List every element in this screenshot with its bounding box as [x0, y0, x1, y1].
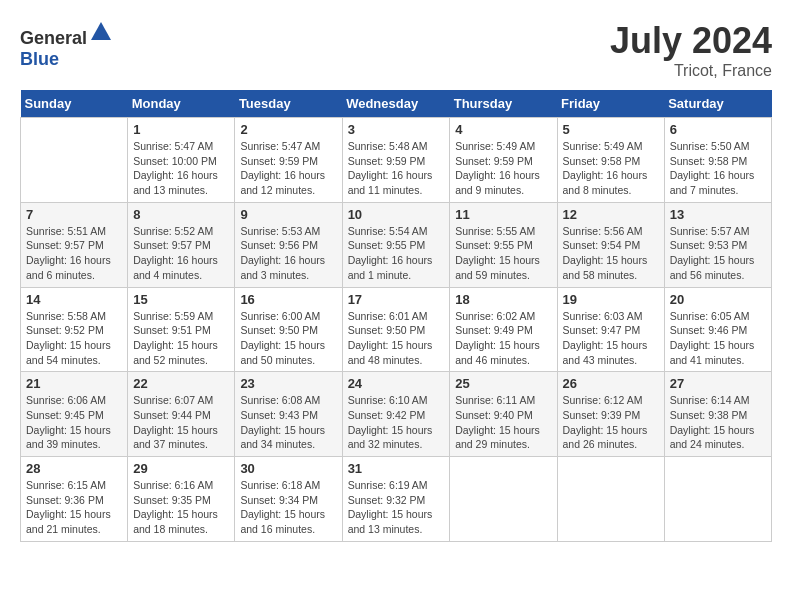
day-number: 7	[26, 207, 122, 222]
day-number: 27	[670, 376, 766, 391]
cell-info: Sunrise: 6:14 AM Sunset: 9:38 PM Dayligh…	[670, 393, 766, 452]
weekday-header-tuesday: Tuesday	[235, 90, 342, 118]
calendar-cell: 2Sunrise: 5:47 AM Sunset: 9:59 PM Daylig…	[235, 118, 342, 203]
calendar-cell	[557, 457, 664, 542]
weekday-header-monday: Monday	[128, 90, 235, 118]
day-number: 9	[240, 207, 336, 222]
calendar-cell: 29Sunrise: 6:16 AM Sunset: 9:35 PM Dayli…	[128, 457, 235, 542]
header: General Blue July 2024 Tricot, France	[20, 20, 772, 80]
calendar-cell: 11Sunrise: 5:55 AM Sunset: 9:55 PM Dayli…	[450, 202, 557, 287]
calendar-cell: 14Sunrise: 5:58 AM Sunset: 9:52 PM Dayli…	[21, 287, 128, 372]
day-number: 18	[455, 292, 551, 307]
cell-info: Sunrise: 5:53 AM Sunset: 9:56 PM Dayligh…	[240, 224, 336, 283]
weekday-header-sunday: Sunday	[21, 90, 128, 118]
calendar-cell: 3Sunrise: 5:48 AM Sunset: 9:59 PM Daylig…	[342, 118, 450, 203]
logo-blue: Blue	[20, 49, 59, 69]
calendar-cell: 23Sunrise: 6:08 AM Sunset: 9:43 PM Dayli…	[235, 372, 342, 457]
calendar-cell	[450, 457, 557, 542]
svg-marker-0	[91, 22, 111, 40]
day-number: 3	[348, 122, 445, 137]
cell-info: Sunrise: 5:47 AM Sunset: 9:59 PM Dayligh…	[240, 139, 336, 198]
month-title: July 2024	[610, 20, 772, 62]
cell-info: Sunrise: 5:54 AM Sunset: 9:55 PM Dayligh…	[348, 224, 445, 283]
cell-info: Sunrise: 6:07 AM Sunset: 9:44 PM Dayligh…	[133, 393, 229, 452]
calendar-cell: 26Sunrise: 6:12 AM Sunset: 9:39 PM Dayli…	[557, 372, 664, 457]
day-number: 15	[133, 292, 229, 307]
cell-info: Sunrise: 6:19 AM Sunset: 9:32 PM Dayligh…	[348, 478, 445, 537]
weekday-header-friday: Friday	[557, 90, 664, 118]
calendar-cell: 27Sunrise: 6:14 AM Sunset: 9:38 PM Dayli…	[664, 372, 771, 457]
cell-info: Sunrise: 5:59 AM Sunset: 9:51 PM Dayligh…	[133, 309, 229, 368]
day-number: 22	[133, 376, 229, 391]
calendar-cell: 10Sunrise: 5:54 AM Sunset: 9:55 PM Dayli…	[342, 202, 450, 287]
calendar-cell: 17Sunrise: 6:01 AM Sunset: 9:50 PM Dayli…	[342, 287, 450, 372]
calendar-week-row: 7Sunrise: 5:51 AM Sunset: 9:57 PM Daylig…	[21, 202, 772, 287]
day-number: 19	[563, 292, 659, 307]
cell-info: Sunrise: 5:51 AM Sunset: 9:57 PM Dayligh…	[26, 224, 122, 283]
cell-info: Sunrise: 6:00 AM Sunset: 9:50 PM Dayligh…	[240, 309, 336, 368]
calendar-week-row: 14Sunrise: 5:58 AM Sunset: 9:52 PM Dayli…	[21, 287, 772, 372]
cell-info: Sunrise: 6:01 AM Sunset: 9:50 PM Dayligh…	[348, 309, 445, 368]
day-number: 20	[670, 292, 766, 307]
day-number: 14	[26, 292, 122, 307]
weekday-header-thursday: Thursday	[450, 90, 557, 118]
day-number: 13	[670, 207, 766, 222]
calendar-cell: 5Sunrise: 5:49 AM Sunset: 9:58 PM Daylig…	[557, 118, 664, 203]
calendar-cell: 15Sunrise: 5:59 AM Sunset: 9:51 PM Dayli…	[128, 287, 235, 372]
cell-info: Sunrise: 6:12 AM Sunset: 9:39 PM Dayligh…	[563, 393, 659, 452]
day-number: 28	[26, 461, 122, 476]
cell-info: Sunrise: 5:52 AM Sunset: 9:57 PM Dayligh…	[133, 224, 229, 283]
calendar-week-row: 28Sunrise: 6:15 AM Sunset: 9:36 PM Dayli…	[21, 457, 772, 542]
day-number: 6	[670, 122, 766, 137]
logo-general: General	[20, 28, 87, 48]
calendar-cell: 18Sunrise: 6:02 AM Sunset: 9:49 PM Dayli…	[450, 287, 557, 372]
calendar-cell: 21Sunrise: 6:06 AM Sunset: 9:45 PM Dayli…	[21, 372, 128, 457]
cell-info: Sunrise: 6:11 AM Sunset: 9:40 PM Dayligh…	[455, 393, 551, 452]
calendar-cell: 13Sunrise: 5:57 AM Sunset: 9:53 PM Dayli…	[664, 202, 771, 287]
cell-info: Sunrise: 5:49 AM Sunset: 9:59 PM Dayligh…	[455, 139, 551, 198]
weekday-header-saturday: Saturday	[664, 90, 771, 118]
cell-info: Sunrise: 6:02 AM Sunset: 9:49 PM Dayligh…	[455, 309, 551, 368]
calendar-cell: 20Sunrise: 6:05 AM Sunset: 9:46 PM Dayli…	[664, 287, 771, 372]
cell-info: Sunrise: 5:47 AM Sunset: 10:00 PM Daylig…	[133, 139, 229, 198]
cell-info: Sunrise: 6:05 AM Sunset: 9:46 PM Dayligh…	[670, 309, 766, 368]
cell-info: Sunrise: 5:57 AM Sunset: 9:53 PM Dayligh…	[670, 224, 766, 283]
day-number: 5	[563, 122, 659, 137]
logo-icon	[89, 20, 113, 44]
cell-info: Sunrise: 5:50 AM Sunset: 9:58 PM Dayligh…	[670, 139, 766, 198]
calendar-cell: 25Sunrise: 6:11 AM Sunset: 9:40 PM Dayli…	[450, 372, 557, 457]
cell-info: Sunrise: 6:16 AM Sunset: 9:35 PM Dayligh…	[133, 478, 229, 537]
calendar-week-row: 1Sunrise: 5:47 AM Sunset: 10:00 PM Dayli…	[21, 118, 772, 203]
day-number: 31	[348, 461, 445, 476]
weekday-header-wednesday: Wednesday	[342, 90, 450, 118]
day-number: 4	[455, 122, 551, 137]
cell-info: Sunrise: 5:56 AM Sunset: 9:54 PM Dayligh…	[563, 224, 659, 283]
calendar-cell: 16Sunrise: 6:00 AM Sunset: 9:50 PM Dayli…	[235, 287, 342, 372]
calendar-cell: 1Sunrise: 5:47 AM Sunset: 10:00 PM Dayli…	[128, 118, 235, 203]
calendar-cell: 30Sunrise: 6:18 AM Sunset: 9:34 PM Dayli…	[235, 457, 342, 542]
cell-info: Sunrise: 5:48 AM Sunset: 9:59 PM Dayligh…	[348, 139, 445, 198]
calendar-cell: 6Sunrise: 5:50 AM Sunset: 9:58 PM Daylig…	[664, 118, 771, 203]
calendar-week-row: 21Sunrise: 6:06 AM Sunset: 9:45 PM Dayli…	[21, 372, 772, 457]
calendar-cell: 22Sunrise: 6:07 AM Sunset: 9:44 PM Dayli…	[128, 372, 235, 457]
day-number: 29	[133, 461, 229, 476]
day-number: 8	[133, 207, 229, 222]
calendar-cell: 9Sunrise: 5:53 AM Sunset: 9:56 PM Daylig…	[235, 202, 342, 287]
calendar-cell	[664, 457, 771, 542]
cell-info: Sunrise: 6:15 AM Sunset: 9:36 PM Dayligh…	[26, 478, 122, 537]
calendar-cell: 19Sunrise: 6:03 AM Sunset: 9:47 PM Dayli…	[557, 287, 664, 372]
cell-info: Sunrise: 6:03 AM Sunset: 9:47 PM Dayligh…	[563, 309, 659, 368]
day-number: 1	[133, 122, 229, 137]
calendar-cell: 12Sunrise: 5:56 AM Sunset: 9:54 PM Dayli…	[557, 202, 664, 287]
day-number: 24	[348, 376, 445, 391]
cell-info: Sunrise: 5:58 AM Sunset: 9:52 PM Dayligh…	[26, 309, 122, 368]
day-number: 12	[563, 207, 659, 222]
cell-info: Sunrise: 5:49 AM Sunset: 9:58 PM Dayligh…	[563, 139, 659, 198]
day-number: 26	[563, 376, 659, 391]
calendar-cell: 31Sunrise: 6:19 AM Sunset: 9:32 PM Dayli…	[342, 457, 450, 542]
calendar-cell	[21, 118, 128, 203]
location-title: Tricot, France	[610, 62, 772, 80]
day-number: 2	[240, 122, 336, 137]
calendar-cell: 7Sunrise: 5:51 AM Sunset: 9:57 PM Daylig…	[21, 202, 128, 287]
day-number: 25	[455, 376, 551, 391]
